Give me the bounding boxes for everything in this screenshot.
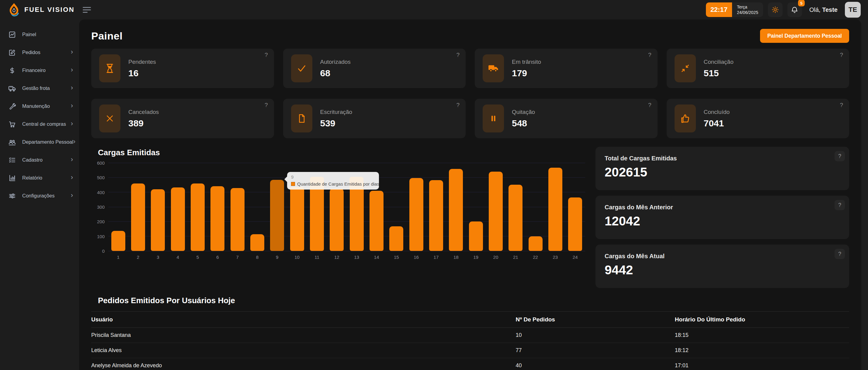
help-icon[interactable]: ? xyxy=(648,102,651,108)
stat-card-label: Concluído xyxy=(704,109,730,115)
help-icon[interactable]: ? xyxy=(265,52,268,58)
cell-user: Leticia Alves xyxy=(91,347,516,354)
x-axis-label: 1 xyxy=(108,255,128,260)
painel-departamento-pessoal-button[interactable]: Painel Departamento Pessoal xyxy=(760,29,849,43)
chart-tooltip: 9 Quantidade de Cargas Emitidas por dias… xyxy=(287,172,379,190)
bar-day-24[interactable] xyxy=(568,197,582,251)
summary-card-total-de-cargas-emitidas: Total de Cargas Emitidas 202615 ? xyxy=(595,147,849,190)
chevron-right-icon: › xyxy=(71,85,73,92)
bar-day-7[interactable] xyxy=(230,188,245,251)
help-icon[interactable]: ? xyxy=(648,52,651,58)
x-axis-label: 6 xyxy=(208,255,227,260)
cell-user: Anelyse Almeida de Azevedo xyxy=(91,362,516,369)
bar-day-5[interactable] xyxy=(191,183,205,251)
help-icon[interactable]: ? xyxy=(840,52,843,58)
y-axis-tick: 500 xyxy=(97,175,104,180)
stat-card-value: 16 xyxy=(128,68,156,78)
bar-day-4[interactable] xyxy=(171,188,185,251)
bar-day-6[interactable] xyxy=(211,186,224,251)
table-body: Priscila Santana 10 18:15 Leticia Alves … xyxy=(91,328,849,370)
checklist-icon xyxy=(8,156,16,164)
brand: FUEL VISION xyxy=(0,3,73,17)
table-row: Priscila Santana 10 18:15 xyxy=(91,328,849,343)
bar-day-17[interactable] xyxy=(429,180,443,251)
bar-day-22[interactable] xyxy=(529,236,542,251)
line-chart-icon xyxy=(8,31,16,39)
fuel-vision-logo-icon xyxy=(8,3,20,17)
dashboard-row: Cargas Emitidas 0100200300400500600 xyxy=(91,147,849,288)
sidebar-item-configuracoes[interactable]: Configurações › xyxy=(0,187,79,205)
help-icon[interactable]: ? xyxy=(835,249,845,259)
cell-orders: 40 xyxy=(516,362,675,369)
bar-day-12[interactable] xyxy=(330,189,344,251)
chevron-right-icon: › xyxy=(73,138,75,146)
chevron-right-icon: › xyxy=(71,120,73,128)
sidebar-item-label: Financeiro xyxy=(22,67,71,73)
summary-card-label: Total de Cargas Emitidas xyxy=(604,155,840,162)
bell-icon xyxy=(790,6,799,14)
bar-day-10[interactable] xyxy=(290,187,304,251)
topbar-right: 22:17 Terça 24/06/2025 5 xyxy=(706,2,868,18)
stat-card-label: Pendentes xyxy=(128,59,156,65)
bar-day-18[interactable] xyxy=(449,169,463,251)
sidebar-item-cadastro[interactable]: Cadastro › xyxy=(0,151,79,169)
x-axis-label: 3 xyxy=(148,255,168,260)
bar-day-14[interactable] xyxy=(370,191,383,251)
bar-day-21[interactable] xyxy=(508,185,523,251)
stat-card-value: 539 xyxy=(320,118,352,129)
help-icon[interactable]: ? xyxy=(835,200,845,210)
bar-day-20[interactable] xyxy=(489,172,503,251)
sidebar-item-pedidos[interactable]: Pedidos › xyxy=(0,43,79,61)
help-icon[interactable]: ? xyxy=(456,52,460,58)
x-axis-label: 11 xyxy=(307,255,327,260)
help-icon[interactable]: ? xyxy=(456,102,460,108)
bar-day-8[interactable] xyxy=(250,234,264,251)
sidebar-item-departamento-pessoal[interactable]: Departamento Pessoal › xyxy=(0,133,79,151)
stat-card-text: Autorizados 68 xyxy=(320,59,351,78)
theme-toggle-button[interactable] xyxy=(768,2,782,17)
sidebar-item-manutencao[interactable]: Manutenção › xyxy=(0,97,79,115)
bar-column xyxy=(406,163,426,251)
stat-cards-grid: Pendentes 16 ? Autorizados 68 ? Em trâns… xyxy=(91,48,849,138)
sidebar-item-gestao-frota[interactable]: Gestão frota › xyxy=(0,79,79,97)
thumbs-up-icon xyxy=(675,104,696,132)
notifications-button[interactable]: 5 xyxy=(787,2,802,17)
x-axis-label: 23 xyxy=(545,255,565,260)
help-icon[interactable]: ? xyxy=(835,151,845,161)
sidebar-item-relatorio[interactable]: Relatório › xyxy=(0,169,79,187)
bar-day-23[interactable] xyxy=(548,168,562,251)
summary-card-value: 9442 xyxy=(604,263,840,277)
help-icon[interactable]: ? xyxy=(840,102,843,108)
hamburger-menu-icon[interactable] xyxy=(83,7,91,13)
bar-day-2[interactable] xyxy=(131,183,145,251)
cart-icon xyxy=(8,120,16,128)
bar-day-3[interactable] xyxy=(151,189,165,251)
bar-day-15[interactable] xyxy=(389,226,403,251)
table-row: Leticia Alves 77 18:12 xyxy=(91,343,849,358)
chart-title: Cargas Emitidas xyxy=(98,148,587,157)
bar-day-9[interactable] xyxy=(270,180,284,251)
chevron-right-icon: › xyxy=(71,156,73,164)
user-name: Teste xyxy=(822,6,838,13)
bar-column xyxy=(446,163,466,251)
help-icon[interactable]: ? xyxy=(265,102,268,108)
sidebar-item-label: Cadastro xyxy=(22,157,71,163)
sidebar-item-financeiro[interactable]: Financeiro › xyxy=(0,61,79,79)
document-icon xyxy=(291,104,312,132)
sidebar-item-painel[interactable]: Painel xyxy=(0,26,79,43)
orders-table-section: Pedidos Emitidos Por Usuários Hoje Usuár… xyxy=(91,296,849,370)
table-row: Anelyse Almeida de Azevedo 40 17:01 xyxy=(91,358,849,370)
x-axis-label: 8 xyxy=(247,255,267,260)
avatar[interactable]: TE xyxy=(845,2,861,18)
bar-day-1[interactable] xyxy=(111,231,125,251)
sidebar-item-central-de-compras[interactable]: Central de compras › xyxy=(0,115,79,133)
x-axis-label: 18 xyxy=(446,255,466,260)
bar-day-16[interactable] xyxy=(409,178,423,251)
tooltip-series-label: Quantidade de Cargas Emitidas por dias:: xyxy=(297,181,379,187)
stat-card-value: 515 xyxy=(704,68,734,78)
x-axis-label: 2 xyxy=(128,255,148,260)
bar-column xyxy=(506,163,526,251)
bar-column xyxy=(227,163,247,251)
notification-count-badge: 5 xyxy=(798,0,805,6)
bar-day-19[interactable] xyxy=(469,222,483,251)
